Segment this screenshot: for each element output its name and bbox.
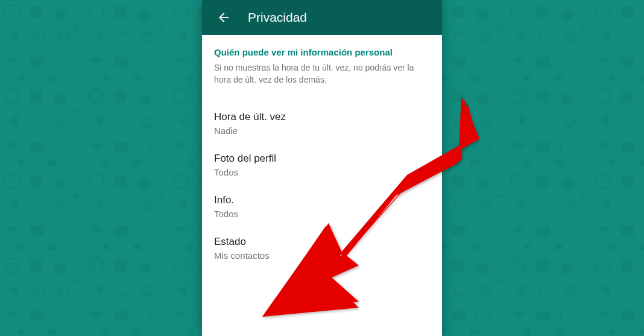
settings-content: Quién puede ver mi información personal … xyxy=(202,35,442,336)
back-button[interactable] xyxy=(212,5,236,30)
last-seen-value: Nadie xyxy=(214,125,430,136)
info-value: Todos xyxy=(214,209,430,219)
profile-photo-value: Todos xyxy=(214,167,430,177)
status-setting[interactable]: Estado Mis contactos xyxy=(214,227,430,269)
app-header: Privacidad xyxy=(202,0,442,35)
info-label: Info. xyxy=(214,194,430,206)
status-value: Mis contactos xyxy=(214,250,430,261)
info-setting[interactable]: Info. Todos xyxy=(214,186,430,227)
back-arrow-icon xyxy=(216,10,231,25)
phone-screen: Privacidad Quién puede ver mi informació… xyxy=(202,0,442,336)
section-heading: Quién puede ver mi información personal xyxy=(214,47,430,57)
section-description: Si no muestras la hora de tu últ. vez, n… xyxy=(214,62,430,86)
profile-photo-label: Foto del perfil xyxy=(214,153,430,165)
page-title: Privacidad xyxy=(248,10,307,25)
profile-photo-setting[interactable]: Foto del perfil Todos xyxy=(214,144,430,186)
last-seen-setting[interactable]: Hora de últ. vez Nadie xyxy=(214,103,430,144)
last-seen-label: Hora de últ. vez xyxy=(214,111,430,123)
status-label: Estado xyxy=(214,236,430,248)
